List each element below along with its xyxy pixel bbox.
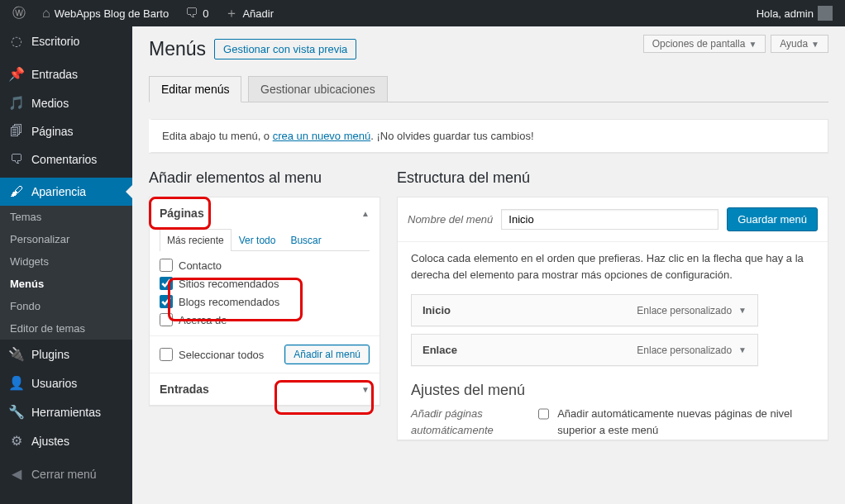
add-to-menu-button[interactable]: Añadir al menú: [284, 345, 370, 364]
submenu-customize[interactable]: Personalizar: [0, 228, 132, 250]
chevron-down-icon: ▼: [738, 345, 747, 354]
instructions: Coloca cada elemento en el orden que pre…: [398, 242, 828, 294]
menu-item-type: Enlace personalizado: [637, 305, 732, 316]
site-name[interactable]: ⌂WebApps Blog de Barto: [36, 6, 174, 21]
auto-add-check[interactable]: [538, 407, 549, 421]
menu-name-input[interactable]: [501, 209, 718, 230]
submenu-themes[interactable]: Temas: [0, 206, 132, 228]
appearance-submenu: Temas Personalizar Widgets Menús Fondo E…: [0, 206, 132, 340]
accordion: Páginas▲ Más reciente Ver todo Buscar Co…: [149, 197, 380, 406]
media-icon: 🎵: [8, 95, 25, 111]
pin-icon: 📌: [8, 66, 25, 82]
tab-search[interactable]: Buscar: [283, 229, 328, 250]
main-content: Opciones de pantalla ▼ Ayuda ▼ Menús Ges…: [132, 26, 845, 504]
menu-item-type: Enlace personalizado: [637, 345, 732, 356]
check-sitios[interactable]: [160, 277, 173, 290]
page-title: Menús: [149, 38, 206, 60]
chevron-down-icon: ▼: [361, 385, 370, 394]
page-icon: 🗐: [8, 124, 25, 139]
menu-users[interactable]: 👤Usuarios: [0, 368, 132, 397]
avatar-icon: [818, 6, 833, 21]
menu-media[interactable]: 🎵Medios: [0, 88, 132, 117]
menu-plugins[interactable]: 🔌Plugins: [0, 340, 132, 368]
add-items-title: Añadir elementos al menu: [149, 169, 380, 187]
acc-pages-head[interactable]: Páginas▲: [150, 197, 380, 229]
submenu-menus[interactable]: Menús: [0, 273, 132, 295]
check-acerca[interactable]: [160, 313, 173, 326]
menu-tools[interactable]: 🔧Herramientas: [0, 397, 132, 426]
submenu-editor[interactable]: Editor de temas: [0, 317, 132, 340]
menu-settings[interactable]: ⚙Ajustes: [0, 426, 132, 455]
menu-item-label: Inicio: [422, 304, 451, 316]
submenu-background[interactable]: Fondo: [0, 295, 132, 317]
menu-name-label: Nombre del menú: [408, 213, 493, 226]
chevron-down-icon: ▼: [811, 40, 819, 49]
auto-add-text: Añadir automáticamente nuevas páginas de…: [557, 406, 814, 438]
tab-recent[interactable]: Más reciente: [160, 229, 232, 251]
dashboard-icon: ◌: [8, 33, 25, 49]
admin-bar: ⓦ ⌂WebApps Blog de Barto 🗨0 ＋Añadir Hola…: [0, 0, 845, 26]
brush-icon: 🖌: [8, 184, 25, 199]
wrench-icon: 🔧: [8, 404, 25, 420]
new-content[interactable]: ＋Añadir: [219, 5, 279, 22]
plug-icon: 🔌: [8, 346, 25, 362]
auto-add-label: Añadir páginas automáticamente: [411, 406, 530, 438]
tab-manage-locations[interactable]: Gestionar ubicaciones: [248, 76, 388, 102]
label-contacto: Contacto: [179, 259, 222, 272]
users-icon: 👤: [8, 375, 25, 391]
create-menu-link[interactable]: crea un nuevo menú: [273, 130, 371, 142]
admin-sidebar: ◌Escritorio 📌Entradas 🎵Medios 🗐Páginas 🗨…: [0, 26, 132, 504]
save-menu-button[interactable]: Guardar menú: [727, 207, 818, 231]
menu-item-inicio[interactable]: Inicio Enlace personalizado▼: [411, 294, 758, 326]
menu-settings-title: Ajustes del menú: [411, 382, 814, 399]
menu-pages[interactable]: 🗐Páginas: [0, 117, 132, 145]
submenu-widgets[interactable]: Widgets: [0, 250, 132, 273]
tab-view-all[interactable]: Ver todo: [232, 229, 284, 250]
manage-preview-button[interactable]: Gestionar con vista previa: [214, 39, 356, 59]
user-greeting[interactable]: Hola, admin: [751, 6, 838, 21]
structure-title: Estructura del menú: [397, 169, 828, 187]
collapse-menu[interactable]: ◀Cerrar menú: [0, 459, 132, 488]
sliders-icon: ⚙: [8, 433, 25, 449]
info-banner: Edita abajo tu menú, o crea un nuevo men…: [149, 119, 828, 153]
select-all-label: Seleccionar todos: [179, 349, 264, 361]
label-sitios: Sitios recomendados: [179, 278, 279, 290]
label-acerca: Acerca de: [179, 314, 227, 326]
label-blogs: Blogs recomendados: [179, 296, 279, 308]
screen-options-button[interactable]: Opciones de pantalla ▼: [643, 35, 766, 53]
tab-edit-menus[interactable]: Editar menús: [149, 76, 241, 102]
chevron-down-icon: ▼: [748, 40, 757, 49]
comments-count[interactable]: 🗨0: [179, 6, 214, 21]
menu-item-enlace[interactable]: Enlace Enlace personalizado▼: [411, 334, 758, 366]
menu-item-label: Enlace: [422, 344, 457, 356]
check-blogs[interactable]: [160, 295, 173, 308]
comment-icon: 🗨: [8, 152, 25, 167]
add-items-column: Añadir elementos al menu Páginas▲ Más re…: [149, 169, 380, 440]
chevron-up-icon: ▲: [361, 209, 370, 218]
menu-appearance[interactable]: 🖌Apariencia: [0, 178, 132, 206]
menu-dashboard[interactable]: ◌Escritorio: [0, 26, 132, 55]
chevron-down-icon: ▼: [738, 306, 747, 315]
structure-column: Estructura del menú Nombre del menú Guar…: [397, 169, 828, 440]
check-contacto[interactable]: [160, 259, 173, 272]
nav-tabs: Editar menús Gestionar ubicaciones: [149, 69, 828, 102]
select-all[interactable]: [160, 348, 173, 361]
menu-posts[interactable]: 📌Entradas: [0, 59, 132, 88]
menu-comments[interactable]: 🗨Comentarios: [0, 145, 132, 174]
acc-entries-head[interactable]: Entradas▼: [150, 373, 380, 405]
wp-logo[interactable]: ⓦ: [7, 5, 31, 22]
help-button[interactable]: Ayuda ▼: [771, 35, 828, 53]
collapse-icon: ◀: [8, 466, 25, 482]
